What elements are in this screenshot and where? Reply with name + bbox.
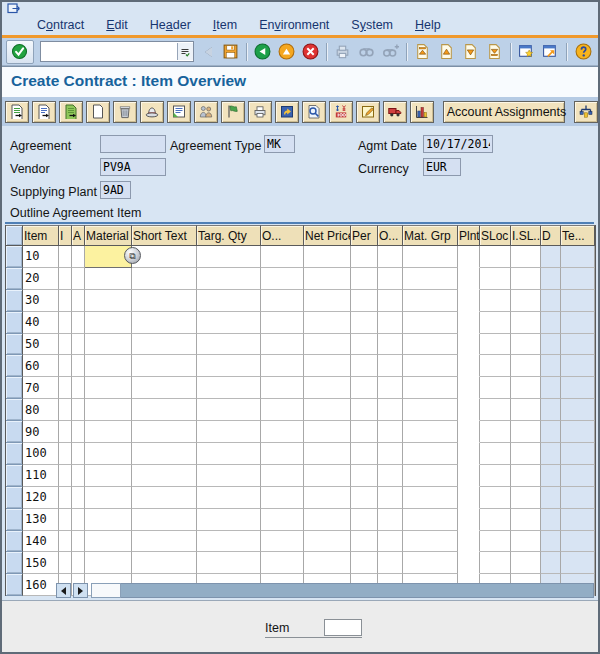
first-page-button[interactable] (412, 41, 434, 63)
cell-material[interactable] (85, 531, 132, 553)
cell-te[interactable] (561, 334, 595, 356)
cell-isl[interactable] (511, 487, 541, 509)
cell-per[interactable] (351, 443, 378, 465)
cell-sloc[interactable] (480, 487, 511, 509)
cell-material[interactable] (85, 377, 132, 399)
cell-d[interactable] (541, 399, 561, 421)
cell-per[interactable] (351, 421, 378, 443)
cell-d[interactable] (541, 465, 561, 487)
row-selector[interactable] (6, 246, 23, 268)
cell-a[interactable] (72, 443, 85, 465)
column-header[interactable]: I (59, 225, 72, 246)
help-button[interactable] (572, 41, 594, 63)
cell-material[interactable] (85, 465, 132, 487)
cell-plnt[interactable] (458, 355, 480, 377)
cell-isl[interactable] (511, 312, 541, 334)
row-selector[interactable] (6, 531, 23, 553)
cell-short-text[interactable] (132, 355, 197, 377)
cell-per[interactable] (351, 290, 378, 312)
menu-system[interactable]: System (340, 18, 404, 32)
cell-per[interactable] (351, 377, 378, 399)
cell-short-text[interactable] (132, 465, 197, 487)
cell-te[interactable] (561, 421, 595, 443)
item-number-cell[interactable]: 160 (23, 574, 59, 596)
cell-plnt[interactable] (458, 443, 480, 465)
cell-i[interactable] (59, 421, 72, 443)
cell-mat-grp[interactable] (403, 377, 458, 399)
cell-per[interactable] (351, 246, 378, 268)
cell-sloc[interactable] (480, 509, 511, 531)
distribution-button[interactable] (574, 101, 598, 123)
cell-te[interactable] (561, 312, 595, 334)
cell-targ-qty[interactable] (197, 552, 261, 574)
cell-targ-qty[interactable] (197, 487, 261, 509)
cell-a[interactable] (72, 355, 85, 377)
save-button[interactable] (219, 41, 241, 63)
cell-material[interactable] (85, 246, 132, 268)
agreement-type-field[interactable] (264, 135, 295, 153)
row-selector[interactable] (6, 574, 23, 596)
cell-plnt[interactable] (458, 465, 480, 487)
cell-order-price-unit[interactable] (378, 465, 403, 487)
cell-order-price-unit[interactable] (378, 552, 403, 574)
item-number-cell[interactable]: 80 (23, 399, 59, 421)
cell-sloc[interactable] (480, 334, 511, 356)
currency-field[interactable] (423, 158, 461, 176)
cell-mat-grp[interactable] (403, 312, 458, 334)
delete-button[interactable] (113, 101, 137, 123)
cell-plnt[interactable] (458, 399, 480, 421)
row-selector[interactable] (6, 421, 23, 443)
cell-targ-qty[interactable] (197, 377, 261, 399)
cell-short-text[interactable] (132, 487, 197, 509)
cell-d[interactable] (541, 487, 561, 509)
command-input[interactable] (41, 44, 177, 59)
cell-plnt[interactable] (458, 312, 480, 334)
cell-a[interactable] (72, 531, 85, 553)
cell-te[interactable] (561, 290, 595, 312)
cell-isl[interactable] (511, 399, 541, 421)
cell-short-text[interactable] (132, 334, 197, 356)
cell-order-price-unit[interactable] (378, 312, 403, 334)
column-header[interactable]: I.SL... (511, 225, 541, 246)
column-header[interactable]: A (72, 225, 85, 246)
cell-per[interactable] (351, 531, 378, 553)
row-selector[interactable] (6, 443, 23, 465)
cell-per[interactable] (351, 334, 378, 356)
cell-order-unit[interactable] (261, 465, 304, 487)
cell-order-unit[interactable] (261, 487, 304, 509)
cell-targ-qty[interactable] (197, 421, 261, 443)
menu-item[interactable]: Item (202, 18, 248, 32)
cell-a[interactable] (72, 312, 85, 334)
select-all-corner[interactable] (6, 225, 23, 246)
cell-net-price[interactable] (304, 399, 351, 421)
cell-targ-qty[interactable] (197, 509, 261, 531)
agmt-date-field[interactable] (423, 135, 493, 153)
cell-d[interactable] (541, 421, 561, 443)
agreement-field[interactable] (100, 135, 166, 153)
collapse-command-button[interactable] (196, 41, 218, 63)
scroll-left-button[interactable] (56, 583, 71, 598)
cell-sloc[interactable] (480, 465, 511, 487)
cell-order-price-unit[interactable] (378, 355, 403, 377)
cell-sloc[interactable] (480, 377, 511, 399)
cell-mat-grp[interactable] (403, 487, 458, 509)
item-number-cell[interactable]: 20 (23, 268, 59, 290)
cell-te[interactable] (561, 399, 595, 421)
cell-a[interactable] (72, 246, 85, 268)
cell-order-unit[interactable] (261, 377, 304, 399)
menu-contract[interactable]: Contract (26, 18, 95, 32)
cell-plnt[interactable] (458, 290, 480, 312)
cell-d[interactable] (541, 531, 561, 553)
cell-material[interactable] (85, 312, 132, 334)
cell-mat-grp[interactable] (403, 465, 458, 487)
enter-button[interactable] (6, 40, 34, 64)
cell-per[interactable] (351, 465, 378, 487)
cell-short-text[interactable] (132, 509, 197, 531)
cell-i[interactable] (59, 312, 72, 334)
column-header[interactable]: Item (23, 225, 59, 246)
cell-material[interactable] (85, 268, 132, 290)
cell-i[interactable] (59, 531, 72, 553)
cell-material[interactable] (85, 290, 132, 312)
menu-help[interactable]: Help (404, 18, 452, 32)
cell-short-text[interactable] (132, 552, 197, 574)
